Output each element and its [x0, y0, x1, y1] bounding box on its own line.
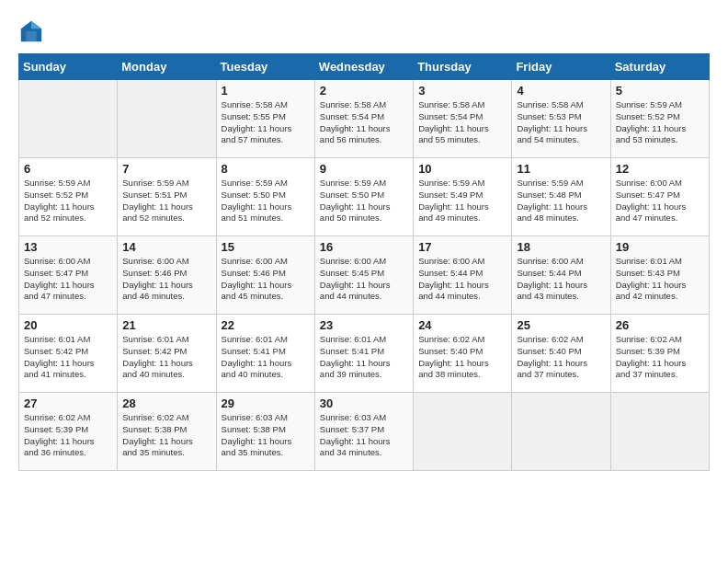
- weekday-header-saturday: Saturday: [610, 54, 709, 80]
- calendar-cell: 16Sunrise: 6:00 AM Sunset: 5:45 PM Dayli…: [314, 236, 413, 315]
- logo-icon: [18, 18, 44, 44]
- weekday-header-wednesday: Wednesday: [314, 54, 413, 80]
- day-number: 22: [222, 318, 310, 332]
- day-number: 19: [616, 240, 704, 254]
- calendar-week-3: 13Sunrise: 6:00 AM Sunset: 5:47 PM Dayli…: [19, 236, 710, 315]
- calendar-cell: [19, 80, 118, 158]
- day-info: Sunrise: 6:00 AM Sunset: 5:46 PM Dayligh…: [222, 256, 310, 303]
- day-info: Sunrise: 5:59 AM Sunset: 5:51 PM Dayligh…: [122, 178, 210, 224]
- day-info: Sunrise: 6:01 AM Sunset: 5:41 PM Dayligh…: [320, 334, 408, 381]
- calendar-cell: 14Sunrise: 6:00 AM Sunset: 5:46 PM Dayli…: [118, 236, 216, 315]
- day-info: Sunrise: 6:00 AM Sunset: 5:44 PM Dayligh…: [517, 256, 605, 303]
- day-info: Sunrise: 5:58 AM Sunset: 5:54 PM Dayligh…: [320, 99, 408, 146]
- day-info: Sunrise: 5:58 AM Sunset: 5:53 PM Dayligh…: [517, 99, 605, 146]
- day-number: 13: [24, 240, 112, 254]
- day-number: 1: [222, 84, 310, 98]
- day-number: 21: [122, 318, 210, 332]
- day-info: Sunrise: 6:02 AM Sunset: 5:39 PM Dayligh…: [24, 412, 112, 459]
- day-number: 14: [122, 240, 210, 254]
- calendar-cell: 2Sunrise: 5:58 AM Sunset: 5:54 PM Daylig…: [314, 80, 413, 158]
- day-number: 24: [418, 318, 506, 332]
- day-info: Sunrise: 6:00 AM Sunset: 5:46 PM Dayligh…: [122, 256, 210, 303]
- day-number: 28: [122, 396, 210, 410]
- day-info: Sunrise: 6:02 AM Sunset: 5:38 PM Dayligh…: [122, 412, 210, 459]
- day-info: Sunrise: 5:59 AM Sunset: 5:48 PM Dayligh…: [517, 178, 605, 224]
- day-number: 20: [24, 318, 112, 332]
- weekday-header-tuesday: Tuesday: [216, 54, 314, 80]
- calendar-cell: 9Sunrise: 5:59 AM Sunset: 5:50 PM Daylig…: [314, 158, 413, 236]
- weekday-header-sunday: Sunday: [19, 54, 118, 80]
- calendar-cell: 1Sunrise: 5:58 AM Sunset: 5:55 PM Daylig…: [216, 80, 314, 158]
- day-number: 25: [517, 318, 605, 332]
- day-number: 2: [320, 84, 408, 98]
- day-info: Sunrise: 5:59 AM Sunset: 5:50 PM Dayligh…: [320, 178, 408, 224]
- calendar-cell: [512, 393, 610, 471]
- calendar-cell: 28Sunrise: 6:02 AM Sunset: 5:38 PM Dayli…: [118, 393, 216, 471]
- day-info: Sunrise: 6:02 AM Sunset: 5:40 PM Dayligh…: [418, 334, 506, 381]
- day-number: 3: [418, 84, 506, 98]
- day-number: 29: [222, 396, 310, 410]
- calendar-cell: [610, 393, 709, 471]
- day-number: 27: [24, 396, 112, 410]
- calendar-cell: 12Sunrise: 6:00 AM Sunset: 5:47 PM Dayli…: [610, 158, 709, 236]
- day-number: 8: [222, 162, 310, 176]
- calendar-cell: 3Sunrise: 5:58 AM Sunset: 5:54 PM Daylig…: [414, 80, 512, 158]
- day-number: 9: [320, 162, 408, 176]
- calendar-cell: 10Sunrise: 5:59 AM Sunset: 5:49 PM Dayli…: [414, 158, 512, 236]
- calendar-table: SundayMondayTuesdayWednesdayThursdayFrid…: [18, 53, 710, 471]
- day-info: Sunrise: 6:02 AM Sunset: 5:40 PM Dayligh…: [517, 334, 605, 381]
- day-info: Sunrise: 6:00 AM Sunset: 5:47 PM Dayligh…: [616, 178, 704, 224]
- svg-marker-1: [31, 21, 41, 29]
- day-info: Sunrise: 6:01 AM Sunset: 5:41 PM Dayligh…: [222, 334, 310, 381]
- calendar-week-2: 6Sunrise: 5:59 AM Sunset: 5:52 PM Daylig…: [19, 158, 710, 236]
- calendar-cell: 4Sunrise: 5:58 AM Sunset: 5:53 PM Daylig…: [512, 80, 610, 158]
- calendar-cell: 18Sunrise: 6:00 AM Sunset: 5:44 PM Dayli…: [512, 236, 610, 315]
- day-number: 30: [320, 396, 408, 410]
- page-header: [18, 18, 710, 44]
- day-info: Sunrise: 5:58 AM Sunset: 5:54 PM Dayligh…: [418, 99, 506, 146]
- calendar-cell: 23Sunrise: 6:01 AM Sunset: 5:41 PM Dayli…: [314, 315, 413, 393]
- day-number: 18: [517, 240, 605, 254]
- weekday-header-friday: Friday: [512, 54, 610, 80]
- calendar-cell: 27Sunrise: 6:02 AM Sunset: 5:39 PM Dayli…: [19, 393, 118, 471]
- day-info: Sunrise: 6:00 AM Sunset: 5:45 PM Dayligh…: [320, 256, 408, 303]
- day-info: Sunrise: 6:03 AM Sunset: 5:38 PM Dayligh…: [222, 412, 310, 459]
- day-info: Sunrise: 5:59 AM Sunset: 5:52 PM Dayligh…: [24, 178, 112, 224]
- weekday-header-thursday: Thursday: [414, 54, 512, 80]
- day-number: 4: [517, 84, 605, 98]
- calendar-cell: 30Sunrise: 6:03 AM Sunset: 5:37 PM Dayli…: [314, 393, 413, 471]
- calendar-cell: 21Sunrise: 6:01 AM Sunset: 5:42 PM Dayli…: [118, 315, 216, 393]
- calendar-cell: 6Sunrise: 5:59 AM Sunset: 5:52 PM Daylig…: [19, 158, 118, 236]
- day-info: Sunrise: 6:00 AM Sunset: 5:47 PM Dayligh…: [24, 256, 112, 303]
- day-number: 7: [122, 162, 210, 176]
- day-info: Sunrise: 6:00 AM Sunset: 5:44 PM Dayligh…: [418, 256, 506, 303]
- day-number: 16: [320, 240, 408, 254]
- day-info: Sunrise: 6:01 AM Sunset: 5:42 PM Dayligh…: [122, 334, 210, 381]
- logo: [18, 18, 48, 44]
- calendar-cell: [414, 393, 512, 471]
- calendar-cell: 5Sunrise: 5:59 AM Sunset: 5:52 PM Daylig…: [610, 80, 709, 158]
- day-info: Sunrise: 6:02 AM Sunset: 5:39 PM Dayligh…: [616, 334, 704, 381]
- day-number: 23: [320, 318, 408, 332]
- calendar-cell: 24Sunrise: 6:02 AM Sunset: 5:40 PM Dayli…: [414, 315, 512, 393]
- weekday-header-monday: Monday: [118, 54, 216, 80]
- day-number: 17: [418, 240, 506, 254]
- day-number: 11: [517, 162, 605, 176]
- day-info: Sunrise: 5:59 AM Sunset: 5:50 PM Dayligh…: [222, 178, 310, 224]
- svg-rect-2: [26, 31, 36, 41]
- calendar-week-4: 20Sunrise: 6:01 AM Sunset: 5:42 PM Dayli…: [19, 315, 710, 393]
- calendar-cell: 11Sunrise: 5:59 AM Sunset: 5:48 PM Dayli…: [512, 158, 610, 236]
- day-info: Sunrise: 6:01 AM Sunset: 5:43 PM Dayligh…: [616, 256, 704, 303]
- calendar-cell: [118, 80, 216, 158]
- day-number: 15: [222, 240, 310, 254]
- calendar-cell: 15Sunrise: 6:00 AM Sunset: 5:46 PM Dayli…: [216, 236, 314, 315]
- day-info: Sunrise: 5:58 AM Sunset: 5:55 PM Dayligh…: [222, 99, 310, 146]
- calendar-cell: 22Sunrise: 6:01 AM Sunset: 5:41 PM Dayli…: [216, 315, 314, 393]
- calendar-cell: 17Sunrise: 6:00 AM Sunset: 5:44 PM Dayli…: [414, 236, 512, 315]
- day-number: 6: [24, 162, 112, 176]
- day-info: Sunrise: 5:59 AM Sunset: 5:49 PM Dayligh…: [418, 178, 506, 224]
- calendar-cell: 7Sunrise: 5:59 AM Sunset: 5:51 PM Daylig…: [118, 158, 216, 236]
- day-info: Sunrise: 6:01 AM Sunset: 5:42 PM Dayligh…: [24, 334, 112, 381]
- day-number: 26: [616, 318, 704, 332]
- calendar-cell: 20Sunrise: 6:01 AM Sunset: 5:42 PM Dayli…: [19, 315, 118, 393]
